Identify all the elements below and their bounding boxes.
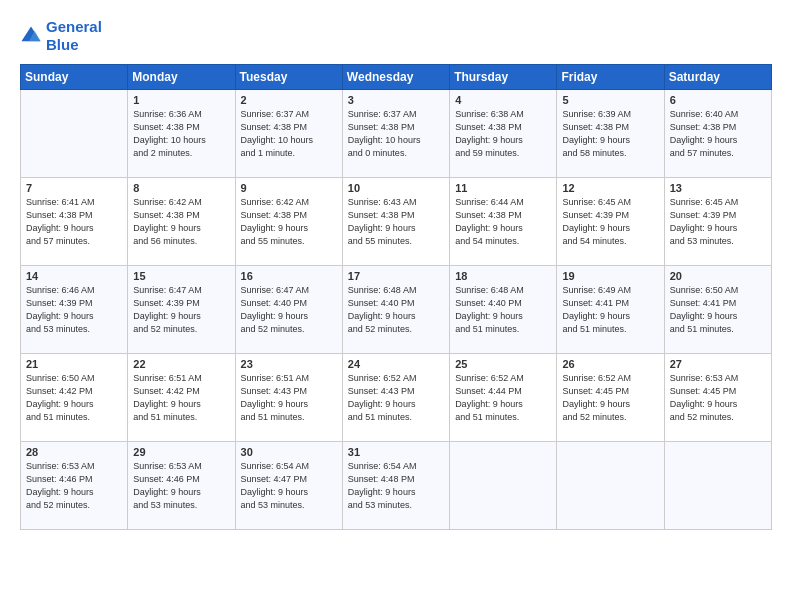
- day-number: 5: [562, 94, 658, 106]
- day-number: 29: [133, 446, 229, 458]
- day-info: Sunrise: 6:45 AM Sunset: 4:39 PM Dayligh…: [562, 196, 658, 248]
- day-info: Sunrise: 6:51 AM Sunset: 4:42 PM Dayligh…: [133, 372, 229, 424]
- day-number: 31: [348, 446, 444, 458]
- day-cell: [557, 442, 664, 530]
- header-cell-friday: Friday: [557, 65, 664, 90]
- day-cell: 31Sunrise: 6:54 AM Sunset: 4:48 PM Dayli…: [342, 442, 449, 530]
- calendar-table: SundayMondayTuesdayWednesdayThursdayFrid…: [20, 64, 772, 530]
- day-cell: 27Sunrise: 6:53 AM Sunset: 4:45 PM Dayli…: [664, 354, 771, 442]
- day-cell: 19Sunrise: 6:49 AM Sunset: 4:41 PM Dayli…: [557, 266, 664, 354]
- day-number: 17: [348, 270, 444, 282]
- day-info: Sunrise: 6:42 AM Sunset: 4:38 PM Dayligh…: [241, 196, 337, 248]
- day-cell: 22Sunrise: 6:51 AM Sunset: 4:42 PM Dayli…: [128, 354, 235, 442]
- day-cell: 30Sunrise: 6:54 AM Sunset: 4:47 PM Dayli…: [235, 442, 342, 530]
- day-number: 13: [670, 182, 766, 194]
- day-cell: 25Sunrise: 6:52 AM Sunset: 4:44 PM Dayli…: [450, 354, 557, 442]
- day-info: Sunrise: 6:53 AM Sunset: 4:46 PM Dayligh…: [133, 460, 229, 512]
- day-number: 19: [562, 270, 658, 282]
- day-info: Sunrise: 6:48 AM Sunset: 4:40 PM Dayligh…: [455, 284, 551, 336]
- day-number: 8: [133, 182, 229, 194]
- day-number: 18: [455, 270, 551, 282]
- header-cell-wednesday: Wednesday: [342, 65, 449, 90]
- day-info: Sunrise: 6:42 AM Sunset: 4:38 PM Dayligh…: [133, 196, 229, 248]
- day-cell: 8Sunrise: 6:42 AM Sunset: 4:38 PM Daylig…: [128, 178, 235, 266]
- day-number: 11: [455, 182, 551, 194]
- day-info: Sunrise: 6:45 AM Sunset: 4:39 PM Dayligh…: [670, 196, 766, 248]
- day-number: 20: [670, 270, 766, 282]
- day-cell: 12Sunrise: 6:45 AM Sunset: 4:39 PM Dayli…: [557, 178, 664, 266]
- day-info: Sunrise: 6:53 AM Sunset: 4:46 PM Dayligh…: [26, 460, 122, 512]
- day-number: 1: [133, 94, 229, 106]
- day-info: Sunrise: 6:36 AM Sunset: 4:38 PM Dayligh…: [133, 108, 229, 160]
- day-number: 16: [241, 270, 337, 282]
- header: General Blue: [20, 18, 772, 54]
- day-number: 3: [348, 94, 444, 106]
- day-info: Sunrise: 6:54 AM Sunset: 4:48 PM Dayligh…: [348, 460, 444, 512]
- week-row-2: 7Sunrise: 6:41 AM Sunset: 4:38 PM Daylig…: [21, 178, 772, 266]
- day-info: Sunrise: 6:38 AM Sunset: 4:38 PM Dayligh…: [455, 108, 551, 160]
- header-row: SundayMondayTuesdayWednesdayThursdayFrid…: [21, 65, 772, 90]
- day-info: Sunrise: 6:37 AM Sunset: 4:38 PM Dayligh…: [241, 108, 337, 160]
- day-info: Sunrise: 6:40 AM Sunset: 4:38 PM Dayligh…: [670, 108, 766, 160]
- day-cell: 24Sunrise: 6:52 AM Sunset: 4:43 PM Dayli…: [342, 354, 449, 442]
- day-number: 24: [348, 358, 444, 370]
- day-cell: 17Sunrise: 6:48 AM Sunset: 4:40 PM Dayli…: [342, 266, 449, 354]
- logo-icon: [20, 25, 42, 47]
- day-info: Sunrise: 6:51 AM Sunset: 4:43 PM Dayligh…: [241, 372, 337, 424]
- day-cell: [664, 442, 771, 530]
- day-number: 23: [241, 358, 337, 370]
- day-number: 15: [133, 270, 229, 282]
- day-info: Sunrise: 6:37 AM Sunset: 4:38 PM Dayligh…: [348, 108, 444, 160]
- day-cell: 14Sunrise: 6:46 AM Sunset: 4:39 PM Dayli…: [21, 266, 128, 354]
- day-info: Sunrise: 6:50 AM Sunset: 4:41 PM Dayligh…: [670, 284, 766, 336]
- day-cell: 21Sunrise: 6:50 AM Sunset: 4:42 PM Dayli…: [21, 354, 128, 442]
- day-cell: 15Sunrise: 6:47 AM Sunset: 4:39 PM Dayli…: [128, 266, 235, 354]
- day-info: Sunrise: 6:54 AM Sunset: 4:47 PM Dayligh…: [241, 460, 337, 512]
- day-cell: 18Sunrise: 6:48 AM Sunset: 4:40 PM Dayli…: [450, 266, 557, 354]
- header-cell-sunday: Sunday: [21, 65, 128, 90]
- day-cell: 2Sunrise: 6:37 AM Sunset: 4:38 PM Daylig…: [235, 90, 342, 178]
- week-row-3: 14Sunrise: 6:46 AM Sunset: 4:39 PM Dayli…: [21, 266, 772, 354]
- day-cell: 28Sunrise: 6:53 AM Sunset: 4:46 PM Dayli…: [21, 442, 128, 530]
- day-info: Sunrise: 6:46 AM Sunset: 4:39 PM Dayligh…: [26, 284, 122, 336]
- day-cell: 10Sunrise: 6:43 AM Sunset: 4:38 PM Dayli…: [342, 178, 449, 266]
- day-info: Sunrise: 6:44 AM Sunset: 4:38 PM Dayligh…: [455, 196, 551, 248]
- day-cell: [21, 90, 128, 178]
- logo: General Blue: [20, 18, 102, 54]
- day-cell: 7Sunrise: 6:41 AM Sunset: 4:38 PM Daylig…: [21, 178, 128, 266]
- day-info: Sunrise: 6:52 AM Sunset: 4:44 PM Dayligh…: [455, 372, 551, 424]
- day-cell: 23Sunrise: 6:51 AM Sunset: 4:43 PM Dayli…: [235, 354, 342, 442]
- day-number: 9: [241, 182, 337, 194]
- header-cell-saturday: Saturday: [664, 65, 771, 90]
- day-number: 30: [241, 446, 337, 458]
- day-number: 26: [562, 358, 658, 370]
- header-cell-thursday: Thursday: [450, 65, 557, 90]
- day-cell: 1Sunrise: 6:36 AM Sunset: 4:38 PM Daylig…: [128, 90, 235, 178]
- day-cell: 9Sunrise: 6:42 AM Sunset: 4:38 PM Daylig…: [235, 178, 342, 266]
- day-cell: [450, 442, 557, 530]
- day-cell: 13Sunrise: 6:45 AM Sunset: 4:39 PM Dayli…: [664, 178, 771, 266]
- day-info: Sunrise: 6:41 AM Sunset: 4:38 PM Dayligh…: [26, 196, 122, 248]
- header-cell-monday: Monday: [128, 65, 235, 90]
- header-cell-tuesday: Tuesday: [235, 65, 342, 90]
- page: General Blue SundayMondayTuesdayWednesda…: [0, 0, 792, 612]
- logo-text: General Blue: [46, 18, 102, 54]
- day-info: Sunrise: 6:49 AM Sunset: 4:41 PM Dayligh…: [562, 284, 658, 336]
- day-info: Sunrise: 6:48 AM Sunset: 4:40 PM Dayligh…: [348, 284, 444, 336]
- day-number: 22: [133, 358, 229, 370]
- day-number: 28: [26, 446, 122, 458]
- day-cell: 5Sunrise: 6:39 AM Sunset: 4:38 PM Daylig…: [557, 90, 664, 178]
- day-info: Sunrise: 6:43 AM Sunset: 4:38 PM Dayligh…: [348, 196, 444, 248]
- day-cell: 11Sunrise: 6:44 AM Sunset: 4:38 PM Dayli…: [450, 178, 557, 266]
- day-cell: 4Sunrise: 6:38 AM Sunset: 4:38 PM Daylig…: [450, 90, 557, 178]
- week-row-1: 1Sunrise: 6:36 AM Sunset: 4:38 PM Daylig…: [21, 90, 772, 178]
- day-info: Sunrise: 6:47 AM Sunset: 4:39 PM Dayligh…: [133, 284, 229, 336]
- day-cell: 6Sunrise: 6:40 AM Sunset: 4:38 PM Daylig…: [664, 90, 771, 178]
- day-number: 10: [348, 182, 444, 194]
- day-info: Sunrise: 6:53 AM Sunset: 4:45 PM Dayligh…: [670, 372, 766, 424]
- day-number: 7: [26, 182, 122, 194]
- day-number: 2: [241, 94, 337, 106]
- day-info: Sunrise: 6:47 AM Sunset: 4:40 PM Dayligh…: [241, 284, 337, 336]
- day-number: 27: [670, 358, 766, 370]
- week-row-5: 28Sunrise: 6:53 AM Sunset: 4:46 PM Dayli…: [21, 442, 772, 530]
